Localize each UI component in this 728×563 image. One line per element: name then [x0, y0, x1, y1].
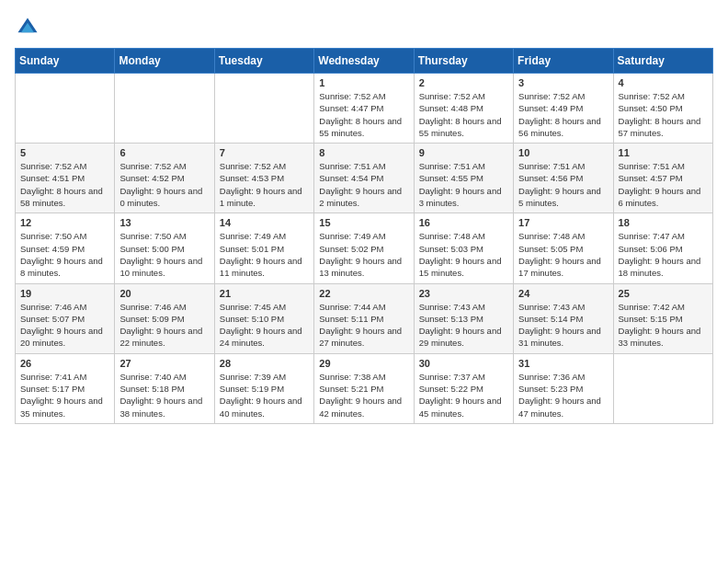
day-info: Sunrise: 7:51 AM Sunset: 4:54 PM Dayligh…	[319, 160, 408, 209]
day-number: 24	[518, 288, 608, 299]
day-number: 4	[619, 77, 708, 88]
day-number: 28	[220, 358, 309, 369]
day-info: Sunrise: 7:48 AM Sunset: 5:05 PM Dayligh…	[518, 230, 608, 279]
day-cell: 19Sunrise: 7:46 AM Sunset: 5:07 PM Dayli…	[16, 283, 115, 353]
day-cell: 15Sunrise: 7:49 AM Sunset: 5:02 PM Dayli…	[314, 213, 414, 283]
day-info: Sunrise: 7:40 AM Sunset: 5:18 PM Dayligh…	[119, 371, 209, 419]
week-row-3: 12Sunrise: 7:50 AM Sunset: 4:59 PM Dayli…	[16, 213, 713, 283]
day-cell: 14Sunrise: 7:49 AM Sunset: 5:01 PM Dayli…	[214, 213, 313, 283]
day-cell: 11Sunrise: 7:51 AM Sunset: 4:57 PM Dayli…	[613, 144, 712, 213]
day-info: Sunrise: 7:51 AM Sunset: 4:56 PM Dayligh…	[518, 160, 608, 209]
day-info: Sunrise: 7:46 AM Sunset: 5:07 PM Dayligh…	[20, 301, 109, 350]
day-number: 16	[419, 217, 508, 228]
day-number: 30	[419, 358, 508, 369]
day-number: 26	[20, 358, 109, 369]
day-info: Sunrise: 7:45 AM Sunset: 5:10 PM Dayligh…	[220, 301, 309, 350]
weekday-header-thursday: Thursday	[414, 49, 513, 74]
day-cell: 1Sunrise: 7:52 AM Sunset: 4:47 PM Daylig…	[314, 74, 414, 144]
day-number: 25	[619, 288, 708, 299]
day-cell: 2Sunrise: 7:52 AM Sunset: 4:48 PM Daylig…	[414, 74, 513, 144]
page-header	[15, 15, 713, 40]
week-row-1: 1Sunrise: 7:52 AM Sunset: 4:47 PM Daylig…	[16, 74, 713, 144]
day-info: Sunrise: 7:43 AM Sunset: 5:13 PM Dayligh…	[419, 301, 508, 350]
day-info: Sunrise: 7:49 AM Sunset: 5:02 PM Dayligh…	[319, 230, 408, 279]
day-cell: 22Sunrise: 7:44 AM Sunset: 5:11 PM Dayli…	[314, 283, 414, 353]
day-cell: 24Sunrise: 7:43 AM Sunset: 5:14 PM Dayli…	[514, 283, 613, 353]
weekday-header-sunday: Sunday	[16, 49, 115, 74]
day-info: Sunrise: 7:42 AM Sunset: 5:15 PM Dayligh…	[619, 301, 708, 350]
day-info: Sunrise: 7:48 AM Sunset: 5:03 PM Dayligh…	[419, 230, 508, 279]
day-cell	[214, 74, 313, 144]
day-info: Sunrise: 7:38 AM Sunset: 5:21 PM Dayligh…	[319, 371, 408, 419]
day-number: 2	[419, 77, 508, 88]
day-number: 13	[119, 217, 209, 228]
day-number: 15	[319, 217, 408, 228]
day-info: Sunrise: 7:47 AM Sunset: 5:06 PM Dayligh…	[619, 230, 708, 279]
day-cell: 6Sunrise: 7:52 AM Sunset: 4:52 PM Daylig…	[115, 144, 214, 213]
day-info: Sunrise: 7:37 AM Sunset: 5:22 PM Dayligh…	[419, 371, 508, 419]
day-number: 1	[319, 77, 408, 88]
day-info: Sunrise: 7:51 AM Sunset: 4:57 PM Dayligh…	[619, 160, 708, 209]
day-cell: 23Sunrise: 7:43 AM Sunset: 5:13 PM Dayli…	[414, 283, 513, 353]
day-cell: 7Sunrise: 7:52 AM Sunset: 4:53 PM Daylig…	[214, 144, 313, 213]
day-cell: 30Sunrise: 7:37 AM Sunset: 5:22 PM Dayli…	[414, 353, 513, 423]
day-cell: 5Sunrise: 7:52 AM Sunset: 4:51 PM Daylig…	[16, 144, 115, 213]
calendar: SundayMondayTuesdayWednesdayThursdayFrid…	[15, 48, 713, 424]
week-row-2: 5Sunrise: 7:52 AM Sunset: 4:51 PM Daylig…	[16, 144, 713, 213]
day-cell: 8Sunrise: 7:51 AM Sunset: 4:54 PM Daylig…	[314, 144, 414, 213]
day-cell: 9Sunrise: 7:51 AM Sunset: 4:55 PM Daylig…	[414, 144, 513, 213]
day-number: 19	[20, 288, 109, 299]
day-number: 8	[319, 147, 408, 158]
day-number: 20	[119, 288, 209, 299]
weekday-header-row: SundayMondayTuesdayWednesdayThursdayFrid…	[16, 49, 713, 74]
week-row-5: 26Sunrise: 7:41 AM Sunset: 5:17 PM Dayli…	[16, 353, 713, 423]
day-info: Sunrise: 7:46 AM Sunset: 5:09 PM Dayligh…	[119, 301, 209, 350]
day-cell	[115, 74, 214, 144]
day-info: Sunrise: 7:50 AM Sunset: 4:59 PM Dayligh…	[20, 230, 109, 279]
day-cell: 10Sunrise: 7:51 AM Sunset: 4:56 PM Dayli…	[514, 144, 613, 213]
day-cell: 20Sunrise: 7:46 AM Sunset: 5:09 PM Dayli…	[115, 283, 214, 353]
day-number: 22	[319, 288, 408, 299]
day-info: Sunrise: 7:52 AM Sunset: 4:49 PM Dayligh…	[518, 90, 608, 139]
day-number: 6	[119, 147, 209, 158]
day-number: 10	[518, 147, 608, 158]
day-cell: 28Sunrise: 7:39 AM Sunset: 5:19 PM Dayli…	[214, 353, 313, 423]
day-number: 18	[619, 217, 708, 228]
day-cell: 18Sunrise: 7:47 AM Sunset: 5:06 PM Dayli…	[613, 213, 712, 283]
day-cell: 25Sunrise: 7:42 AM Sunset: 5:15 PM Dayli…	[613, 283, 712, 353]
day-number: 17	[518, 217, 608, 228]
day-info: Sunrise: 7:50 AM Sunset: 5:00 PM Dayligh…	[119, 230, 209, 279]
day-cell: 29Sunrise: 7:38 AM Sunset: 5:21 PM Dayli…	[314, 353, 414, 423]
weekday-header-tuesday: Tuesday	[214, 49, 313, 74]
day-number: 27	[119, 358, 209, 369]
day-cell: 13Sunrise: 7:50 AM Sunset: 5:00 PM Dayli…	[115, 213, 214, 283]
day-info: Sunrise: 7:52 AM Sunset: 4:53 PM Dayligh…	[220, 160, 309, 209]
day-cell: 31Sunrise: 7:36 AM Sunset: 5:23 PM Dayli…	[514, 353, 613, 423]
day-cell: 27Sunrise: 7:40 AM Sunset: 5:18 PM Dayli…	[115, 353, 214, 423]
logo-icon	[15, 15, 40, 40]
weekday-header-wednesday: Wednesday	[314, 49, 414, 74]
weekday-header-friday: Friday	[514, 49, 613, 74]
day-number: 7	[220, 147, 309, 158]
day-info: Sunrise: 7:36 AM Sunset: 5:23 PM Dayligh…	[518, 371, 608, 419]
day-cell	[613, 353, 712, 423]
day-info: Sunrise: 7:52 AM Sunset: 4:52 PM Dayligh…	[119, 160, 209, 209]
day-cell: 16Sunrise: 7:48 AM Sunset: 5:03 PM Dayli…	[414, 213, 513, 283]
day-cell: 26Sunrise: 7:41 AM Sunset: 5:17 PM Dayli…	[16, 353, 115, 423]
day-cell	[16, 74, 115, 144]
day-info: Sunrise: 7:44 AM Sunset: 5:11 PM Dayligh…	[319, 301, 408, 350]
day-info: Sunrise: 7:51 AM Sunset: 4:55 PM Dayligh…	[419, 160, 508, 209]
day-number: 12	[20, 217, 109, 228]
weekday-header-monday: Monday	[115, 49, 214, 74]
day-number: 14	[220, 217, 309, 228]
day-info: Sunrise: 7:39 AM Sunset: 5:19 PM Dayligh…	[220, 371, 309, 419]
day-number: 3	[518, 77, 608, 88]
day-cell: 21Sunrise: 7:45 AM Sunset: 5:10 PM Dayli…	[214, 283, 313, 353]
day-info: Sunrise: 7:52 AM Sunset: 4:51 PM Dayligh…	[20, 160, 109, 209]
day-number: 29	[319, 358, 408, 369]
day-cell: 12Sunrise: 7:50 AM Sunset: 4:59 PM Dayli…	[16, 213, 115, 283]
logo	[15, 15, 44, 40]
day-number: 9	[419, 147, 508, 158]
day-info: Sunrise: 7:52 AM Sunset: 4:47 PM Dayligh…	[319, 90, 408, 139]
day-number: 31	[518, 358, 608, 369]
